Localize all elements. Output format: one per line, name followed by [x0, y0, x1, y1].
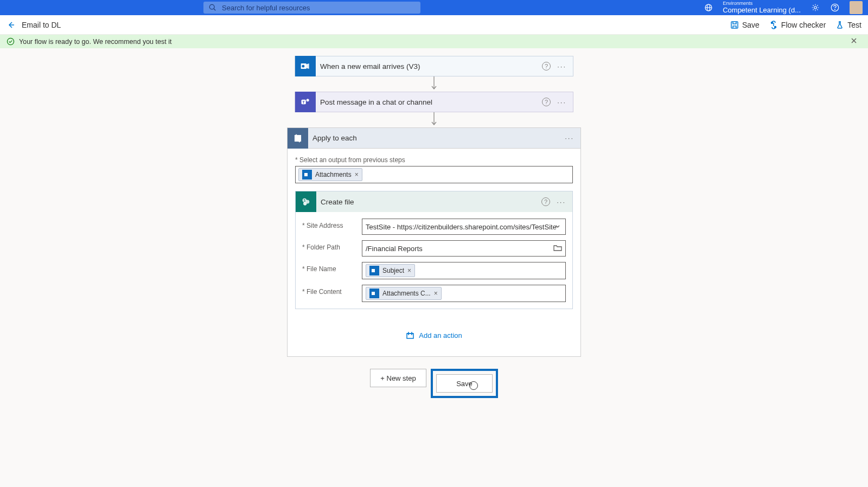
settings-icon[interactable]	[810, 3, 820, 12]
svg-text:T: T	[302, 100, 305, 105]
svg-point-10	[771, 22, 773, 23]
flow-checker-button[interactable]: Flow checker	[769, 21, 826, 29]
command-bar: Email to DL Save Flow checker Test	[0, 15, 868, 35]
search-placeholder: Search for helpful resources	[222, 4, 310, 12]
svg-rect-20	[295, 135, 301, 141]
teams-icon: T	[295, 92, 316, 112]
success-banner: Your flow is ready to go. We recommend y…	[0, 35, 868, 48]
apply-output-field[interactable]: Attachments ×	[295, 166, 573, 183]
svg-point-0	[209, 4, 214, 9]
trigger-step[interactable]: When a new email arrives (V3) ? ···	[295, 56, 573, 76]
subject-token[interactable]: Subject ×	[366, 264, 415, 277]
svg-point-24	[303, 202, 307, 205]
test-button[interactable]: Test	[835, 21, 861, 29]
folder-picker-icon[interactable]	[553, 244, 562, 253]
save-button[interactable]: Save	[730, 21, 760, 29]
apply-to-each-block: Apply to each ··· * Select an output fro…	[287, 127, 581, 357]
create-file-header[interactable]: S Create file ? ···	[296, 191, 572, 212]
file-content-label: * File Content	[302, 285, 362, 296]
flow-title: Email to DL	[22, 21, 61, 29]
file-name-label: * File Name	[302, 262, 362, 273]
step-help-icon[interactable]: ?	[541, 197, 550, 206]
folder-path-label: * Folder Path	[302, 240, 362, 251]
file-name-input[interactable]: Subject ×	[362, 262, 566, 279]
loop-icon	[288, 128, 308, 149]
svg-point-14	[302, 65, 304, 68]
close-icon[interactable]	[851, 37, 861, 46]
apply-header[interactable]: Apply to each ···	[288, 128, 580, 149]
svg-line-1	[214, 9, 215, 10]
site-address-label: * Site Address	[302, 219, 362, 229]
create-file-step: S Create file ? ··· * Site Address TestS…	[295, 191, 573, 309]
search-input[interactable]: Search for helpful resources	[203, 2, 420, 14]
sharepoint-icon: S	[296, 191, 316, 212]
env-value: Competent Learning (d...	[723, 7, 801, 14]
top-bar: Search for helpful resources Environment…	[0, 0, 868, 15]
help-icon[interactable]	[830, 3, 840, 12]
trigger-title: When a new email arrives (V3)	[316, 62, 542, 71]
remove-token-icon[interactable]: ×	[434, 290, 438, 297]
outlook-icon	[295, 56, 316, 76]
environment-icon	[704, 3, 713, 12]
connector-arrow	[430, 76, 438, 92]
outlook-token-icon	[302, 170, 312, 180]
banner-message: Your flow is ready to go. We recommend y…	[19, 38, 171, 46]
attachments-token[interactable]: Attachments ×	[298, 168, 362, 181]
add-action-button[interactable]: Add an action	[406, 331, 462, 339]
create-file-title: Create file	[316, 198, 541, 206]
remove-token-icon[interactable]: ×	[407, 267, 411, 274]
bottom-buttons: + New step Save	[370, 369, 498, 398]
apply-title: Apply to each	[308, 134, 565, 142]
svg-point-17	[307, 99, 309, 101]
svg-point-11	[774, 26, 776, 28]
step-help-icon[interactable]: ?	[542, 62, 551, 71]
connector-arrow	[430, 112, 438, 127]
save-button-highlight: Save	[431, 369, 498, 398]
flow-canvas: When a new email arrives (V3) ? ··· T Po…	[0, 48, 868, 406]
save-flow-button[interactable]: Save	[436, 374, 493, 393]
step-menu-icon[interactable]: ···	[557, 98, 566, 106]
step-menu-icon[interactable]: ···	[557, 62, 566, 71]
back-button[interactable]	[7, 21, 15, 29]
svg-point-12	[7, 38, 14, 44]
svg-text:S: S	[303, 198, 305, 202]
step-menu-icon[interactable]: ···	[557, 198, 566, 206]
check-circle-icon	[7, 37, 15, 46]
search-icon	[209, 4, 216, 11]
folder-path-input[interactable]: /Financial Reports	[362, 240, 566, 257]
avatar[interactable]	[850, 1, 863, 14]
environment-picker[interactable]: Environments Competent Learning (d...	[723, 1, 801, 14]
svg-rect-26	[372, 269, 375, 272]
svg-point-7	[835, 9, 835, 10]
svg-rect-27	[372, 292, 375, 295]
svg-rect-21	[304, 173, 308, 176]
apply-field-label: * Select an output from previous steps	[295, 156, 573, 164]
svg-rect-9	[731, 22, 738, 28]
chevron-down-icon[interactable]	[554, 222, 561, 231]
new-step-button[interactable]: + New step	[370, 369, 426, 387]
env-label: Environments	[723, 1, 801, 7]
file-content-input[interactable]: Attachments C... ×	[362, 285, 566, 302]
add-action-icon	[406, 331, 414, 339]
svg-point-5	[814, 7, 817, 9]
remove-token-icon[interactable]: ×	[355, 171, 359, 178]
post-message-title: Post message in a chat or channel	[316, 98, 542, 106]
svg-rect-28	[407, 334, 413, 338]
step-menu-icon[interactable]: ···	[565, 134, 574, 142]
outlook-token-icon	[369, 289, 379, 298]
outlook-token-icon	[369, 266, 379, 275]
step-help-icon[interactable]: ?	[542, 98, 551, 106]
attachments-content-token[interactable]: Attachments C... ×	[366, 287, 442, 300]
post-message-step[interactable]: T Post message in a chat or channel ? ··…	[295, 92, 573, 112]
site-address-input[interactable]: TestSite - https://citizenbuilders.share…	[362, 219, 566, 235]
